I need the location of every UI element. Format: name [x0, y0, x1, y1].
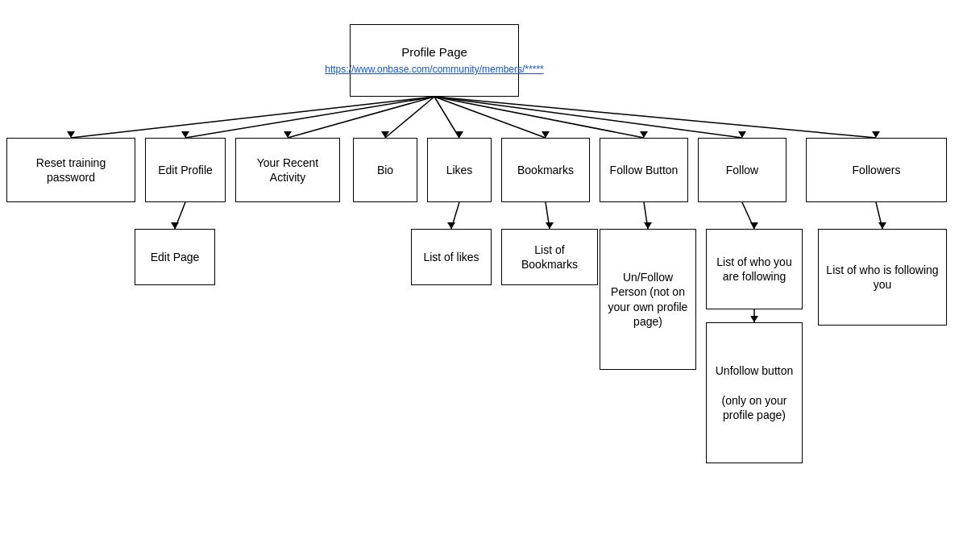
unfollow-person-label: Un/Follow Person (not on your own profil…	[607, 270, 689, 329]
svg-line-0	[71, 97, 434, 138]
follow-label: Follow	[726, 163, 758, 177]
svg-marker-7	[381, 131, 389, 138]
follow-button-node: Follow Button	[600, 138, 688, 202]
root-node: Profile Page https://www.onbase.com/comm…	[350, 24, 519, 97]
svg-line-12	[434, 97, 644, 138]
svg-line-10	[434, 97, 546, 138]
svg-marker-1	[67, 131, 75, 138]
svg-line-2	[185, 97, 434, 138]
likes-node: Likes	[427, 138, 492, 202]
unfollow-button-label: Unfollow button (only on your profile pa…	[713, 363, 795, 422]
followers-label: Followers	[853, 163, 901, 177]
recent-label: Your Recent Activity	[243, 156, 333, 185]
list-bookmarks-node: List of Bookmarks	[501, 229, 598, 285]
root-label: Profile Page	[401, 44, 467, 60]
svg-marker-3	[181, 131, 189, 138]
svg-marker-25	[644, 222, 652, 229]
followers-node: Followers	[806, 138, 947, 202]
svg-line-6	[385, 97, 434, 138]
follow-node: Follow	[698, 138, 786, 202]
list-following-node: List of who you are following	[706, 229, 803, 309]
svg-line-16	[434, 97, 876, 138]
unfollow-button-node: Unfollow button (only on your profile pa…	[706, 322, 803, 463]
svg-line-4	[288, 97, 434, 138]
svg-marker-5	[284, 131, 292, 138]
list-likes-label: List of likes	[423, 250, 479, 264]
edit-profile-node: Edit Profile	[145, 138, 226, 202]
svg-line-20	[451, 202, 459, 229]
svg-marker-29	[750, 316, 758, 322]
svg-line-30	[876, 202, 882, 229]
bio-label: Bio	[377, 163, 393, 177]
recent-node: Your Recent Activity	[235, 138, 340, 202]
svg-marker-23	[546, 222, 554, 229]
svg-marker-11	[542, 131, 550, 138]
svg-marker-13	[640, 131, 648, 138]
svg-marker-19	[171, 222, 179, 229]
svg-marker-21	[447, 222, 455, 229]
likes-label: Likes	[446, 163, 473, 177]
reset-label: Reset training password	[14, 156, 128, 185]
diagram: Profile Page https://www.onbase.com/comm…	[0, 0, 967, 560]
bookmarks-label: Bookmarks	[517, 163, 574, 177]
list-bookmarks-label: List of Bookmarks	[508, 243, 591, 272]
svg-marker-15	[738, 131, 746, 138]
svg-line-24	[644, 202, 648, 229]
edit-page-node: Edit Page	[135, 229, 215, 285]
svg-marker-17	[872, 131, 880, 138]
bookmarks-node: Bookmarks	[501, 138, 590, 202]
svg-line-14	[434, 97, 742, 138]
svg-line-26	[742, 202, 754, 229]
svg-line-22	[546, 202, 550, 229]
bio-node: Bio	[353, 138, 417, 202]
edit-profile-label: Edit Profile	[158, 163, 213, 177]
root-url[interactable]: https://www.onbase.com/community/members…	[325, 64, 543, 77]
edit-page-label: Edit Page	[151, 250, 200, 264]
svg-line-8	[434, 97, 459, 138]
list-following-label: List of who you are following	[713, 255, 795, 284]
follow-button-label: Follow Button	[610, 163, 679, 177]
list-followers-node: List of who is following you	[818, 229, 947, 326]
svg-marker-27	[750, 222, 758, 229]
svg-marker-31	[878, 222, 886, 229]
list-followers-label: List of who is following you	[825, 263, 940, 292]
svg-line-18	[175, 202, 185, 229]
list-likes-node: List of likes	[411, 229, 492, 285]
unfollow-person-node: Un/Follow Person (not on your own profil…	[600, 229, 696, 370]
reset-node: Reset training password	[6, 138, 135, 202]
svg-marker-9	[455, 131, 463, 138]
